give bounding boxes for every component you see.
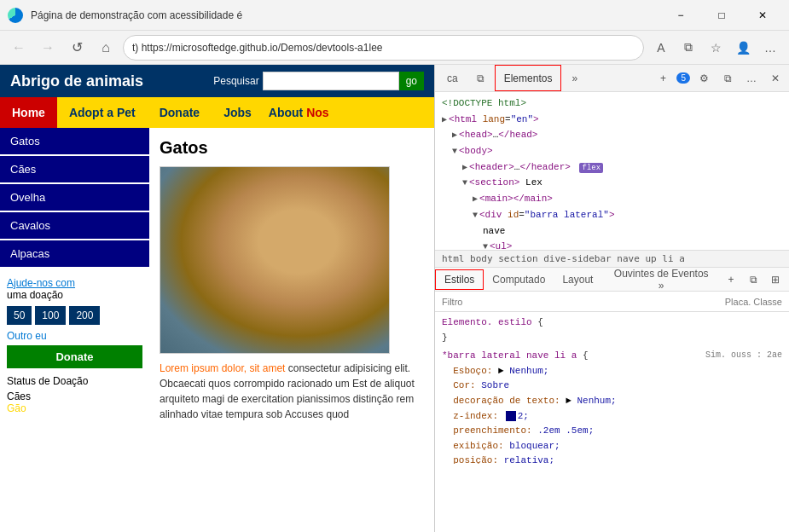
sidebar-item-caes[interactable]: Cães	[0, 156, 149, 182]
site-body: Gatos Cães Ovelha Cavalos Alpacas Ajude-…	[0, 128, 434, 518]
site-nav: Home Adopt a Pet Donate Jobs About Nos	[0, 97, 434, 128]
status-donation: Status de Doação	[7, 375, 142, 387]
outro-link[interactable]: Outro eu	[7, 330, 47, 342]
tab-layout[interactable]: Layout	[554, 270, 601, 289]
styles-content: Elemento. estilo { } *barra lateral nave…	[435, 312, 789, 464]
site-header: Abrigo de animais Pesquisar go	[0, 65, 434, 97]
donation-link[interactable]: Ajude-nos com	[7, 277, 75, 289]
amount-50[interactable]: 50	[7, 306, 32, 325]
tree-nave: nave	[442, 223, 782, 240]
issues-badge: 5	[676, 72, 690, 84]
browser-toolbar: ← → ↺ ⌂ t) https://microsoftedge.github.…	[0, 31, 789, 65]
devtools-more-btn[interactable]: …	[741, 68, 762, 89]
tree-section[interactable]: ▼<section> Lex	[442, 175, 782, 191]
caes-label: Cães	[7, 390, 142, 402]
filter-bar: Placa. Classe	[435, 292, 789, 312]
nos-text: Nos	[306, 106, 328, 119]
nav-home[interactable]: Home	[0, 97, 57, 128]
tree-body[interactable]: ▼<body>	[442, 143, 782, 159]
devtools-close-btn[interactable]: ✕	[765, 68, 786, 89]
search-input[interactable]	[263, 72, 399, 90]
main-layout: Abrigo de animais Pesquisar go Home Adop…	[0, 65, 789, 532]
donation-subtext: uma doação	[7, 289, 63, 301]
address-text: t) https://microsoftedge.github.io/Demos…	[132, 42, 382, 54]
refresh-button[interactable]: ↺	[65, 36, 89, 60]
search-form: Pesquisar go	[213, 72, 424, 90]
cao-label: Gão	[7, 402, 142, 414]
toggle-style-icon[interactable]: ⊞	[765, 269, 786, 290]
split-screen-icon[interactable]: ⧉	[676, 36, 700, 60]
devtools-panel: ca ⧉ Elementos » + 5 ⚙ ⧉ … ✕ <!DOCTYPE h…	[435, 65, 789, 532]
devtools-add-btn[interactable]: +	[653, 68, 673, 89]
new-style-rule-icon[interactable]: ⧉	[743, 269, 763, 290]
donation-amounts: 50 100 200	[7, 306, 142, 325]
about-text: About	[269, 106, 306, 119]
sidebar-item-alpacas[interactable]: Alpacas	[0, 240, 149, 267]
flex-badge: flex	[579, 163, 603, 173]
amount-100[interactable]: 100	[35, 306, 66, 325]
nav-adopt[interactable]: Adopt a Pet	[57, 97, 148, 128]
search-button[interactable]: go	[399, 72, 424, 90]
tree-doctype: <!DOCTYPE html>	[442, 95, 782, 112]
profile-icon[interactable]: 👤	[731, 36, 755, 60]
tree-head[interactable]: ▶<head>…</head>	[442, 127, 782, 143]
outro-eu: Outro eu	[7, 330, 142, 342]
nav-about[interactable]: About Nos	[264, 97, 334, 128]
sidebar-donation: Ajude-nos com uma doação 50 100 200 Outr…	[0, 269, 149, 423]
maximize-button[interactable]: □	[702, 0, 741, 31]
sidebar-item-gatos[interactable]: Gatos	[0, 128, 149, 154]
sidebar-item-ovelha[interactable]: Ovelha	[0, 184, 149, 211]
close-button[interactable]: ✕	[743, 0, 782, 31]
read-aloud-icon[interactable]: A	[649, 36, 673, 60]
tab-computado[interactable]: Computado	[484, 270, 554, 289]
filter-input[interactable]	[442, 297, 725, 307]
sidebar-item-cavalos[interactable]: Cavalos	[0, 212, 149, 239]
donate-button[interactable]: Donate	[7, 345, 142, 368]
title-bar: Página de demonstração com acessibilidad…	[0, 0, 789, 31]
filter-right: Placa. Classe	[725, 297, 782, 307]
tree-div-sidebar[interactable]: ▼<div id="barra lateral">	[442, 207, 782, 223]
filter-label: Placa. Classe	[725, 297, 782, 307]
amount-200[interactable]: 200	[69, 306, 100, 325]
tab-more[interactable]: »	[563, 65, 586, 91]
tree-header[interactable]: ▶<header>…</header> flex	[442, 159, 782, 176]
devtools-tabs: ca ⧉ Elementos » + 5 ⚙ ⧉ … ✕	[435, 65, 789, 92]
cat-image	[160, 166, 390, 354]
nav-donate[interactable]: Donate	[148, 97, 212, 128]
content-title: Gatos	[160, 138, 424, 158]
devtools-dock-btn[interactable]: ⧉	[717, 68, 738, 89]
devtools-settings-btn[interactable]: ⚙	[693, 68, 714, 89]
main-content: Gatos Lorem ipsum dolor, sit amet consec…	[149, 128, 434, 518]
tab-ouvintes[interactable]: Ouvintes de Eventos »	[601, 264, 721, 295]
donation-text: Ajude-nos com uma doação	[7, 277, 142, 301]
address-bar[interactable]: t) https://microsoftedge.github.io/Demos…	[123, 35, 644, 61]
settings-icon[interactable]: …	[758, 36, 782, 60]
style-barra-lateral: *barra lateral nave li a { Sim. ouss : 2…	[442, 349, 782, 464]
nav-jobs[interactable]: Jobs	[212, 97, 264, 128]
home-button[interactable]: ⌂	[94, 36, 118, 60]
split-icon[interactable]: ⧉	[468, 65, 493, 91]
z-index-swatch	[506, 411, 516, 421]
sidebar: Gatos Cães Ovelha Cavalos Alpacas Ajude-…	[0, 128, 149, 518]
tree-html[interactable]: ▶<html lang="en">	[442, 112, 782, 128]
styles-tab-icons: + ⧉ ⊞	[721, 269, 789, 290]
tab-estilos[interactable]: Estilos	[435, 269, 484, 290]
search-label: Pesquisar	[213, 75, 258, 87]
styles-tabs: Estilos Computado Layout Ouvintes de Eve…	[435, 268, 789, 292]
lorem-highlight: Lorem ipsum dolor, sit amet	[160, 362, 285, 374]
back-button[interactable]: ←	[7, 36, 31, 60]
forward-button[interactable]: →	[36, 36, 60, 60]
tree-ul[interactable]: ▼<ul>	[442, 239, 782, 250]
tab-elements[interactable]: Elementos	[495, 65, 562, 91]
devtools-tab-icons: + 5 ⚙ ⧉ … ✕	[653, 68, 786, 89]
edge-icon	[7, 7, 24, 24]
tab-ca[interactable]: ca	[438, 65, 467, 91]
style-element: Elemento. estilo { }	[442, 315, 782, 345]
browser-title: Página de demonstração com acessibilidad…	[31, 9, 654, 21]
minimize-button[interactable]: −	[661, 0, 700, 31]
add-style-rule-icon[interactable]: +	[721, 269, 741, 290]
html-tree: <!DOCTYPE html> ▶<html lang="en"> ▶<head…	[435, 92, 789, 250]
site-title: Abrigo de animais	[10, 72, 143, 90]
favorites-icon[interactable]: ☆	[704, 36, 728, 60]
tree-main[interactable]: ▶<main></main>	[442, 191, 782, 207]
